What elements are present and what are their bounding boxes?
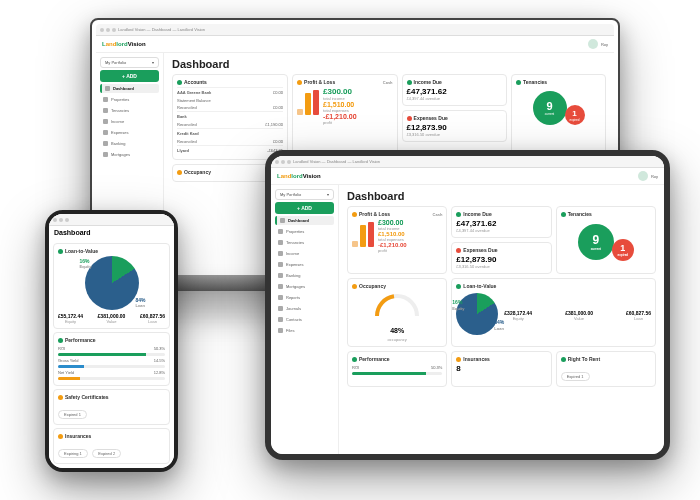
expired-pill[interactable]: Expired 2 (92, 449, 121, 458)
nav-expenses[interactable]: Expenses (100, 128, 159, 137)
phone-device: Dashboard Loan-to-Value 16%Equity 84%Loa… (45, 210, 178, 472)
pie-chart (85, 256, 139, 310)
nav-expenses[interactable]: Expenses (275, 260, 334, 269)
expenses-card: Expenses Due£12,873.90£3,316.50 overdue (451, 242, 551, 274)
nav-files[interactable]: Files (275, 326, 334, 335)
pl-card: Profit & LossCash £300.00total income £1… (347, 206, 447, 274)
nav-tenancies[interactable]: Tenancies (275, 238, 334, 247)
browser-chrome (49, 214, 174, 226)
logo: LandlordVision (277, 173, 321, 179)
browser-title: Landlord Vision — Dashboard — Landlord V… (118, 27, 205, 32)
expiring-pill[interactable]: Expiring 1 (58, 449, 88, 458)
home-icon (103, 97, 108, 102)
nav-tenancies[interactable]: Tenancies (100, 106, 159, 115)
user-menu[interactable]: Roy (588, 39, 608, 49)
income-card: Income Due£47,371.62£4,397.44 overdue (451, 206, 551, 238)
nav-reports[interactable]: Reports (275, 293, 334, 302)
user-menu[interactable]: Roy (638, 171, 658, 181)
nav-banking[interactable]: Banking (100, 139, 159, 148)
page-title: Dashboard (49, 226, 174, 239)
ltv-card: Loan-to-Value 16%Equity 84%Loan £55,172.… (53, 243, 170, 329)
nav-mortgages[interactable]: Mortgages (275, 282, 334, 291)
nav-journals[interactable]: Journals (275, 304, 334, 313)
nav-mortgages[interactable]: Mortgages (100, 150, 159, 159)
nav-dashboard[interactable]: Dashboard (100, 84, 159, 93)
browser-chrome: Landlord Vision — Dashboard — Landlord V… (96, 24, 614, 36)
expired-pill[interactable]: Expired 1 (561, 372, 590, 381)
app-header: LandlordVision Roy (96, 36, 614, 53)
add-button[interactable]: + ADD (275, 202, 334, 214)
ltv-card: Loan-to-Value 16%Equity84%Loan £328,172.… (451, 278, 656, 347)
page-title: Dashboard (172, 58, 606, 70)
pie-chart: 16%Equity84%Loan (456, 293, 498, 335)
expenses-card: Expenses Due £12,873.90 £3,316.50 overdu… (402, 110, 508, 142)
mortgage-icon (103, 152, 108, 157)
pl-card: Profit & LossCash £300.00total income £1… (292, 74, 398, 160)
logo: LandlordVision (102, 41, 146, 47)
nav-dashboard[interactable]: Dashboard (275, 216, 334, 225)
nav-contacts[interactable]: Contacts (275, 315, 334, 324)
gauge-chart (372, 291, 422, 317)
page-title: Dashboard (347, 190, 656, 202)
portfolio-select[interactable]: My Portfolio▾ (100, 57, 159, 68)
portfolio-select[interactable]: My Portfolio▾ (275, 189, 334, 200)
tablet-device: Landlord Vision — Dashboard — Landlord V… (265, 150, 670, 460)
dot-icon (177, 80, 182, 85)
dot-icon (516, 80, 521, 85)
dashboard-icon (105, 86, 110, 91)
tenancies-card: Tenancies 9current 1expired (511, 74, 606, 160)
occupancy-card: Occupancy 48%occupancy (347, 278, 447, 347)
performance-card: Performance ROI50.3% (347, 351, 447, 387)
rtr-card: Right To Rent Expired 1 (556, 351, 656, 387)
nav-income[interactable]: Income (100, 117, 159, 126)
income-card: Income Due £47,371.62 £4,397.44 overdue (402, 74, 508, 106)
add-button[interactable]: + ADD (100, 70, 159, 82)
avatar (588, 39, 598, 49)
bank-icon (103, 141, 108, 146)
insurances-card: Insurances Expiring 1 Expired 2 (53, 428, 170, 464)
safety-card: Safety Certificates Expired 1 (53, 389, 170, 425)
dot-icon (407, 80, 412, 85)
performance-card: Performance ROI50.3% Gross Yield14.5% Ne… (53, 332, 170, 386)
people-icon (103, 108, 108, 113)
income-icon (103, 119, 108, 124)
nav-income[interactable]: Income (275, 249, 334, 258)
expired-pill[interactable]: Expired 1 (58, 410, 87, 419)
nav-banking[interactable]: Banking (275, 271, 334, 280)
dot-icon (407, 116, 412, 121)
insurances-card: Insurances 8 (451, 351, 551, 387)
expense-icon (103, 130, 108, 135)
dot-icon (177, 170, 182, 175)
tenancies-card: Tenancies 9current1expired (556, 206, 656, 274)
nav-properties[interactable]: Properties (100, 95, 159, 104)
dot-icon (297, 80, 302, 85)
pl-bars (297, 87, 319, 115)
nav-properties[interactable]: Properties (275, 227, 334, 236)
accounts-card: Accounts AAA Greene Bank£0.00 Statement … (172, 74, 288, 160)
browser-chrome: Landlord Vision — Dashboard — Landlord V… (271, 156, 664, 168)
